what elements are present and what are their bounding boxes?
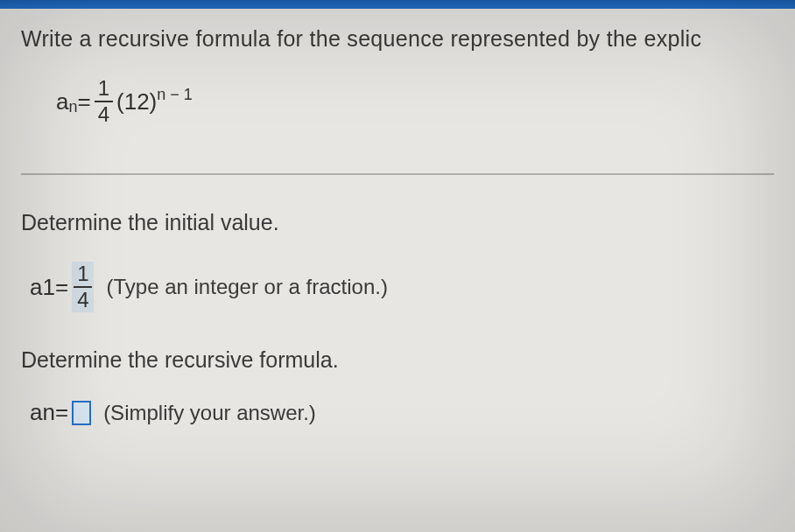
an-var: a [30,399,42,426]
formula-equals: = [77,88,90,116]
a1-frac-num: 1 [74,263,92,288]
formula-frac-num: 1 [95,78,113,102]
initial-value-row: a1 = 1 4 (Type an integer or a fraction.… [30,262,774,312]
window-title-bar [0,0,795,9]
recursive-formula-input[interactable] [72,401,91,425]
formula-fraction: 1 4 [95,78,113,125]
a1-frac-den: 4 [74,288,92,311]
a1-sub: 1 [42,274,54,301]
formula-lhs-var: a [56,88,68,116]
a1-answer-fraction[interactable]: 1 4 [72,262,94,312]
explicit-formula: an = 1 4 (12)n − 1 [56,78,774,125]
a1-equals: = [55,274,68,301]
formula-base: (12) [116,88,157,116]
a1-hint: (Type an integer or a fraction.) [106,275,388,299]
formula-lhs-sub: n [68,98,77,116]
section-divider [21,173,774,175]
a1-var: a [30,274,42,301]
recursive-formula-row: an = (Simplify your answer.) [30,399,774,426]
problem-content: Write a recursive formula for the sequen… [0,9,795,532]
section2-heading: Determine the recursive formula. [21,347,774,373]
an-equals: = [55,399,68,426]
question-prompt: Write a recursive formula for the sequen… [21,26,774,52]
an-sub: n [42,399,54,426]
formula-exp: n − 1 [157,86,193,104]
formula-frac-den: 4 [95,102,113,125]
an-hint: (Simplify your answer.) [103,401,316,425]
section1-heading: Determine the initial value. [21,210,774,235]
